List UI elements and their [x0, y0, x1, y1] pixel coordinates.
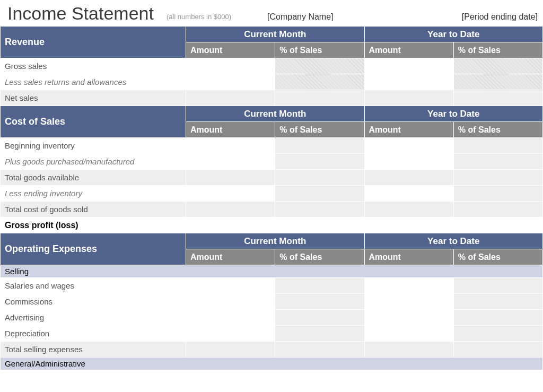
section-1-r4-cell[interactable] [186, 202, 275, 217]
section-1-r5-cell[interactable] [186, 217, 275, 233]
company-name-placeholder[interactable]: [Company Name] [267, 12, 334, 24]
col-group-current-month: Current Month [186, 27, 365, 42]
income-statement-table: Revenue Current Month Year to Date Amoun… [0, 26, 543, 370]
section-2-cat0-r2-cell[interactable] [364, 310, 453, 326]
section-1-r0-cell[interactable] [364, 138, 453, 154]
section-2-cat1-category-label: General/Administrative [1, 358, 543, 370]
section-2-cat0-r2-cell[interactable] [275, 310, 364, 326]
section-2-cat0-category-row: Selling [1, 265, 543, 278]
section-0-r1-cell[interactable] [364, 74, 453, 90]
section-2-cat0-r1-row: Commissions [1, 294, 543, 310]
section-1-title: Cost of Sales [1, 106, 186, 138]
section-1-r5-label: Gross profit (loss) [1, 217, 186, 233]
section-2-cat0-r1-cell[interactable] [364, 294, 453, 310]
section-2-cat0-r2-row: Advertising [1, 310, 543, 326]
section-1-r4-cell[interactable] [364, 202, 453, 217]
section-0-r0-label: Gross sales [1, 58, 186, 74]
section-1-r0-label: Beginning inventory [1, 138, 186, 154]
section-2-cat1-category-row: General/Administrative [1, 358, 543, 370]
section-0-r2-cell[interactable] [275, 90, 364, 106]
section-1-r3-cell[interactable] [453, 186, 542, 202]
section-2-header-row: Operating Expenses Current Month Year to… [1, 233, 543, 249]
section-0-r2-cell[interactable] [186, 90, 275, 106]
section-2-cat0-r1-cell[interactable] [453, 294, 542, 310]
section-1-r5-cell[interactable] [364, 217, 453, 233]
section-0-r1-row: Less sales returns and allowances [1, 74, 543, 90]
section-1-r1-cell[interactable] [453, 154, 542, 170]
section-1-r0-row: Beginning inventory [1, 138, 543, 154]
section-0-header-row: Revenue Current Month Year to Date [1, 27, 543, 42]
col-group-year-to-date: Year to Date [364, 233, 543, 249]
section-1-r5-cell[interactable] [275, 217, 364, 233]
section-2-cat0-category-label: Selling [1, 265, 543, 278]
section-2-title: Operating Expenses [1, 233, 186, 265]
section-0-title: Revenue [1, 27, 186, 58]
section-1-r0-cell[interactable] [453, 138, 542, 154]
section-2-cat0-r3-cell[interactable] [453, 326, 542, 342]
section-2-cat0-r0-cell[interactable] [453, 278, 542, 294]
section-1-r2-cell[interactable] [364, 170, 453, 186]
section-2-cat0-r0-cell[interactable] [186, 278, 275, 294]
section-2-cat0-r2-cell[interactable] [186, 310, 275, 326]
col-pct-cm: % of Sales [275, 122, 364, 138]
section-1-r3-cell[interactable] [364, 186, 453, 202]
section-1-r4-cell[interactable] [453, 202, 542, 217]
col-pct-ytd: % of Sales [453, 249, 542, 265]
section-1-r4-cell[interactable] [275, 202, 364, 217]
section-1-r1-cell[interactable] [186, 154, 275, 170]
section-1-r5-cell[interactable] [453, 217, 542, 233]
section-2-cat0-r0-row: Salaries and wages [1, 278, 543, 294]
section-0-r2-label: Net sales [1, 90, 186, 106]
section-1-r0-cell[interactable] [186, 138, 275, 154]
section-0-r2-cell[interactable] [453, 90, 542, 106]
section-2-cat0-r3-label: Depreciation [1, 326, 186, 342]
section-2-cat0-r1-cell[interactable] [186, 294, 275, 310]
section-1-r1-cell[interactable] [275, 154, 364, 170]
section-0-r0-cell[interactable] [275, 58, 364, 74]
col-group-year-to-date: Year to Date [364, 27, 543, 42]
section-2-cat0-r1-cell[interactable] [275, 294, 364, 310]
section-2-cat0-r4-cell[interactable] [186, 342, 275, 358]
col-amount-cm: Amount [186, 42, 275, 58]
section-0-r2-cell[interactable] [364, 90, 453, 106]
section-0-r0-cell[interactable] [453, 58, 542, 74]
section-2-cat0-r2-cell[interactable] [453, 310, 542, 326]
section-1-r2-label: Total goods available [1, 170, 186, 186]
section-1-r0-cell[interactable] [275, 138, 364, 154]
section-0-r1-cell[interactable] [275, 74, 364, 90]
section-2-cat0-r1-label: Commissions [1, 294, 186, 310]
col-group-year-to-date: Year to Date [364, 106, 543, 122]
section-0-r0-cell[interactable] [186, 58, 275, 74]
section-0-r0-row: Gross sales [1, 58, 543, 74]
section-0-r0-cell[interactable] [364, 58, 453, 74]
section-1-r2-row: Total goods available [1, 170, 543, 186]
section-1-r3-cell[interactable] [275, 186, 364, 202]
section-1-header-row: Cost of Sales Current Month Year to Date [1, 106, 543, 122]
document-header: Income Statement (all numbers in $000) [… [0, 0, 543, 26]
section-0-r1-cell[interactable] [186, 74, 275, 90]
section-1-r2-cell[interactable] [453, 170, 542, 186]
section-1-r3-cell[interactable] [186, 186, 275, 202]
section-2-cat0-r3-row: Depreciation [1, 326, 543, 342]
section-2-cat0-r0-cell[interactable] [364, 278, 453, 294]
section-1-r4-label: Total cost of goods sold [1, 202, 186, 217]
col-amount-cm: Amount [186, 249, 275, 265]
section-1-r2-cell[interactable] [186, 170, 275, 186]
section-0-r2-row: Net sales [1, 90, 543, 106]
section-1-r1-cell[interactable] [364, 154, 453, 170]
section-1-r2-cell[interactable] [275, 170, 364, 186]
col-group-current-month: Current Month [186, 106, 365, 122]
col-pct-cm: % of Sales [275, 42, 364, 58]
section-0-r1-cell[interactable] [453, 74, 542, 90]
section-2-cat0-r4-cell[interactable] [364, 342, 453, 358]
col-pct-ytd: % of Sales [453, 122, 542, 138]
section-2-cat0-r3-cell[interactable] [275, 326, 364, 342]
document-subtitle: (all numbers in $000) [167, 13, 231, 24]
section-2-cat0-r3-cell[interactable] [186, 326, 275, 342]
section-1-r5-row: Gross profit (loss) [1, 217, 543, 233]
section-2-cat0-r0-cell[interactable] [275, 278, 364, 294]
section-2-cat0-r4-cell[interactable] [275, 342, 364, 358]
section-2-cat0-r4-cell[interactable] [453, 342, 542, 358]
period-date-placeholder[interactable]: [Period ending date] [462, 12, 538, 24]
section-2-cat0-r3-cell[interactable] [364, 326, 453, 342]
